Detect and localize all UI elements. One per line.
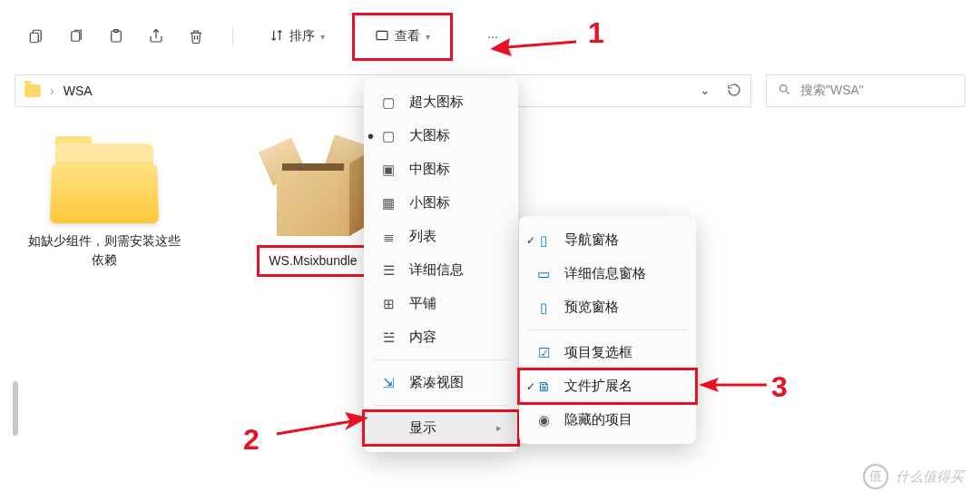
compact-icon: ⇲ [380,375,397,391]
search-input[interactable]: 搜索"WSA" [766,74,965,107]
list-item[interactable]: 如缺少组件，则需安装这些依赖 [27,136,181,277]
search-icon [778,83,791,99]
share-icon[interactable] [147,27,165,45]
annotation-number: 2 [243,423,260,457]
check-icon: ✓ [526,234,535,247]
file-icon: 🗎 [535,379,552,394]
pane-icon: ▯ [535,232,552,249]
menu-item-large-icons[interactable]: •▢大图标 [364,119,518,153]
menu-item-medium-icons[interactable]: ▣中图标 [364,153,518,186]
menu-item-details-pane[interactable]: ▭详细信息窗格 [519,257,696,290]
menu-item-label: 显示 [409,419,436,437]
delete-icon[interactable] [187,27,205,45]
svg-rect-1 [30,33,38,43]
menu-item-label: 平铺 [409,295,436,312]
separator [373,359,509,360]
file-label: 如缺少组件，则需安装这些依赖 [27,231,181,270]
separator [373,405,509,406]
separator [232,26,233,46]
layout-icon: ▣ [380,162,397,178]
pane-icon: ▭ [535,266,552,282]
folder-icon [50,136,159,222]
menu-item-hidden[interactable]: ◉隐藏的项目 [519,403,696,437]
view-icon [375,28,389,45]
view-label: 查看 [395,28,420,44]
paste-icon[interactable] [107,27,125,45]
content-icon: ☱ [380,330,397,346]
menu-item-tiles[interactable]: ⊞平铺 [364,287,518,320]
menu-item-label: 预览窗格 [564,299,619,316]
menu-item-label: 小图标 [409,194,450,212]
breadcrumb-actions: ⌄ [700,83,741,100]
package-icon [259,136,368,236]
annotation-number: 1 [588,16,604,50]
menu-item-label: 详细信息窗格 [564,265,646,282]
svg-point-6 [780,85,788,93]
menu-item-details[interactable]: ☰详细信息 [364,253,518,287]
watermark-badge: 值 [863,464,888,489]
menu-item-content[interactable]: ☱内容 [364,320,518,354]
menu-item-label: 隐藏的项目 [564,411,632,428]
menu-item-label: 超大图标 [409,94,464,111]
menu-item-label: 中图标 [409,161,450,178]
chevron-right-icon: ▸ [496,422,502,434]
tiles-icon: ⊞ [380,296,397,312]
menu-item-show[interactable]: 显示▸ [364,411,518,445]
menu-item-label: 大图标 [409,127,450,144]
new-tab-icon[interactable] [27,27,45,45]
file-label: WS.Msixbundle [257,245,368,277]
chevron-down-icon: ▾ [426,32,430,42]
view-button[interactable]: 查看 ▾ [352,13,453,61]
refresh-icon[interactable] [727,83,741,100]
menu-item-label: 文件扩展名 [564,378,632,395]
check-icon: ✓ [526,380,535,393]
layout-icon: ▦ [380,195,397,212]
arrow-icon [272,408,372,445]
sort-label: 排序 [289,28,315,44]
menu-item-compact[interactable]: ⇲紧凑视图 [364,366,518,399]
sort-button[interactable]: 排序 ▾ [260,23,334,51]
svg-rect-2 [72,32,80,42]
watermark: 值 什么值得买 [863,464,964,489]
list-icon: ≣ [380,229,397,245]
chevron-right-icon: › [50,84,54,98]
menu-item-checkboxes[interactable]: ☑项目复选框 [519,336,696,369]
search-placeholder: 搜索"WSA" [800,83,864,99]
details-icon: ☰ [380,262,397,279]
svg-rect-5 [377,31,387,39]
copy-icon[interactable] [67,27,85,45]
pane-icon: ▯ [535,300,552,316]
arrow-icon [490,31,581,58]
menu-item-preview-pane[interactable]: ▯预览窗格 [519,290,696,324]
breadcrumb-segment[interactable]: WSA [64,84,93,98]
menu-item-label: 导航窗格 [564,231,619,249]
sort-icon [270,28,284,45]
menu-item-label: 紧凑视图 [409,374,464,391]
menu-item-list[interactable]: ≣列表 [364,220,518,253]
chevron-down-icon: ▾ [320,32,325,42]
layout-icon: ▢ [380,128,397,144]
menu-item-file-ext[interactable]: ✓🗎文件扩展名 [519,369,696,403]
checkbox-icon: ☑ [535,345,552,361]
menu-item-small-icons[interactable]: ▦小图标 [364,186,518,220]
folder-icon [24,84,41,97]
menu-item-label: 内容 [409,329,436,346]
menu-item-xl-icons[interactable]: ▢超大图标 [364,85,518,119]
arrow-icon [699,376,771,394]
annotation-number: 3 [771,370,788,404]
chevron-down-icon[interactable]: ⌄ [700,83,710,100]
separator [528,330,687,330]
show-submenu: ✓▯导航窗格 ▭详细信息窗格 ▯预览窗格 ☑项目复选框 ✓🗎文件扩展名 ◉隐藏的… [519,216,696,444]
menu-item-label: 项目复选框 [564,344,632,361]
watermark-text: 什么值得买 [896,468,964,486]
menu-item-nav-pane[interactable]: ✓▯导航窗格 [519,223,696,257]
view-menu: ▢超大图标 •▢大图标 ▣中图标 ▦小图标 ≣列表 ☰详细信息 ⊞平铺 ☱内容 … [364,78,518,452]
menu-item-label: 详细信息 [409,261,464,279]
menu-item-label: 列表 [409,228,436,245]
layout-icon: ▢ [380,94,397,111]
scrollbar[interactable] [13,381,18,436]
eye-icon: ◉ [535,412,552,428]
